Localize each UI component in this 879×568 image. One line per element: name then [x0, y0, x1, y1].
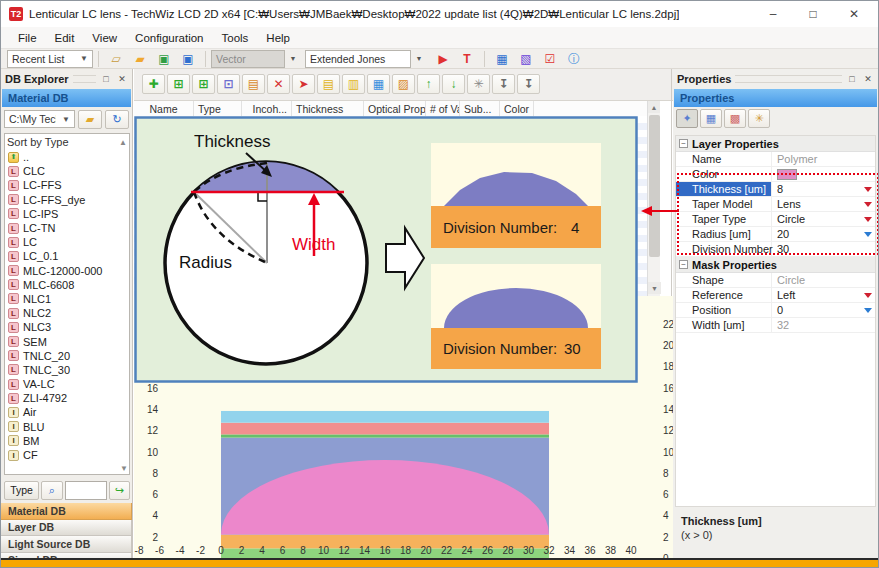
info-icon[interactable]: ⓘ: [563, 49, 585, 68]
table-scrollbar[interactable]: ▲ ▼: [647, 101, 660, 296]
scrollbar-down-icon[interactable]: ▼: [648, 282, 661, 294]
property-row-division-number[interactable]: Division Number 30: [676, 242, 875, 257]
material-list-item[interactable]: L LC-FFS: [5, 178, 129, 192]
panel-close-button[interactable]: ✕: [116, 73, 128, 85]
memo-icon[interactable]: ▤: [317, 74, 340, 94]
move-up-icon[interactable]: ↑: [417, 74, 440, 94]
mask-properties-group[interactable]: − Mask Properties: [676, 257, 875, 273]
material-list-item[interactable]: L LC: [5, 235, 129, 249]
column-header[interactable]: Name: [134, 101, 194, 116]
menu-item[interactable]: Tools: [212, 30, 257, 46]
save-icon[interactable]: ▣: [153, 49, 175, 68]
recent-list-combo[interactable]: Recent List ▼: [7, 50, 93, 68]
panel-float-button[interactable]: □: [846, 73, 858, 85]
type-filter-button[interactable]: Type: [4, 481, 39, 500]
column-header[interactable]: Sub...: [460, 101, 500, 116]
collapse-icon[interactable]: −: [679, 260, 688, 269]
new-file-icon[interactable]: ▱: [105, 49, 127, 68]
add-icon[interactable]: ✚: [142, 74, 165, 94]
menu-item[interactable]: Help: [257, 30, 299, 46]
columns-icon[interactable]: ▦: [367, 74, 390, 94]
property-row-reference[interactable]: Reference Left: [676, 288, 875, 303]
material-list-item[interactable]: I BLU: [5, 420, 129, 434]
align-center-icon[interactable]: ✳: [467, 74, 490, 94]
material-list-item[interactable]: L VA-LC: [5, 377, 129, 391]
tab-material-db[interactable]: Material DB: [1, 503, 132, 520]
menu-item[interactable]: Edit: [46, 30, 84, 46]
property-row-width[interactable]: Width [um] 32: [676, 318, 875, 333]
analysis-icon[interactable]: ▧: [515, 49, 537, 68]
insert-below-icon[interactable]: ⊞: [192, 74, 215, 94]
material-list-item[interactable]: I Air: [5, 405, 129, 419]
vector-combo[interactable]: Vector: [211, 50, 285, 68]
material-list-item[interactable]: L LC-TN: [5, 221, 129, 235]
material-list-item[interactable]: L NLC1: [5, 292, 129, 306]
property-row-position[interactable]: Position 0: [676, 303, 875, 318]
move-icon[interactable]: ➤: [292, 74, 315, 94]
summary-icon[interactable]: ▨: [392, 74, 415, 94]
scrollbar-up-icon[interactable]: ▲: [648, 101, 660, 113]
filter-input[interactable]: [65, 481, 107, 500]
column-header[interactable]: Optical Property: [364, 101, 426, 116]
material-list-item[interactable]: L LC-IPS: [5, 207, 129, 221]
material-list-item[interactable]: L LC_0.1: [5, 249, 129, 263]
scrollbar-thumb[interactable]: [649, 115, 660, 257]
export-icon[interactable]: ↧: [517, 74, 540, 94]
minimize-button[interactable]: –: [753, 1, 793, 27]
column-header[interactable]: Thickness: [292, 101, 364, 116]
material-list-item[interactable]: L NLC2: [5, 306, 129, 320]
material-list-item[interactable]: ..: [5, 150, 129, 164]
material-list-item[interactable]: L SEM: [5, 334, 129, 348]
import-icon[interactable]: ↧: [492, 74, 515, 94]
delete-icon[interactable]: ✕: [267, 74, 290, 94]
close-button[interactable]: ✕: [834, 1, 874, 27]
sort-view-button[interactable]: ▩: [724, 109, 746, 128]
techwiz-run-icon[interactable]: T: [456, 49, 478, 68]
column-header[interactable]: Color: [500, 101, 534, 116]
save-all-icon[interactable]: ▣: [177, 49, 199, 68]
property-row-name[interactable]: Name Polymer: [676, 152, 875, 167]
layer-properties-group[interactable]: − Layer Properties: [676, 136, 875, 152]
color-swatch[interactable]: [777, 169, 797, 180]
search-button[interactable]: ⌕: [41, 481, 62, 500]
property-row-radius[interactable]: Radius [um] 20: [676, 227, 875, 242]
property-row-taper-model[interactable]: Taper Model Lens: [676, 197, 875, 212]
paste-icon[interactable]: ▤: [242, 74, 265, 94]
column-header[interactable]: Incoh...: [242, 101, 292, 116]
categorized-view-button[interactable]: ✦: [676, 109, 698, 128]
material-list-item[interactable]: L ZLI-4792: [5, 391, 129, 405]
apply-filter-button[interactable]: ↪: [109, 481, 130, 500]
menu-item[interactable]: View: [83, 30, 126, 46]
column-header[interactable]: # of Variable: [426, 101, 460, 116]
grid-view-button[interactable]: ▦: [700, 109, 722, 128]
memo-alt-icon[interactable]: ▥: [342, 74, 365, 94]
vector-combo-arrow[interactable]: ▼: [286, 49, 300, 68]
property-row-taper-type[interactable]: Taper Type Circle: [676, 212, 875, 227]
scroll-up-icon[interactable]: ▲: [119, 138, 127, 147]
formalism-combo[interactable]: Extended Jones: [305, 50, 411, 68]
property-row-color[interactable]: Color: [676, 167, 875, 182]
menu-item[interactable]: File: [9, 30, 46, 46]
open-icon[interactable]: ▰: [129, 49, 151, 68]
property-row-thickness[interactable]: Thickness [um] 8: [676, 182, 875, 197]
copy-icon[interactable]: ⊡: [217, 74, 240, 94]
layer-stack-icon[interactable]: ▦: [491, 49, 513, 68]
material-list-item[interactable]: L MLC-12000-000: [5, 264, 129, 278]
material-list-item[interactable]: L CLC: [5, 164, 129, 178]
material-list-item[interactable]: I BM: [5, 434, 129, 448]
collapse-icon[interactable]: −: [679, 139, 688, 148]
menu-item[interactable]: Configuration: [126, 30, 212, 46]
column-header[interactable]: Type: [194, 101, 242, 116]
browse-folder-button[interactable]: ▰: [78, 110, 102, 129]
formalism-combo-arrow[interactable]: ▼: [412, 49, 426, 68]
material-list-item[interactable]: I CF: [5, 448, 129, 462]
insert-above-icon[interactable]: ⊞: [167, 74, 190, 94]
maximize-button[interactable]: □: [793, 1, 833, 27]
material-list-item[interactable]: L LC-FFS_dye: [5, 193, 129, 207]
panel-close-button[interactable]: ✕: [862, 73, 874, 85]
material-list-item[interactable]: L NLC3: [5, 320, 129, 334]
run-icon[interactable]: ▶: [432, 49, 454, 68]
tab-light-source-db[interactable]: Light Source DB: [1, 536, 132, 553]
move-down-icon[interactable]: ↓: [442, 74, 465, 94]
material-list-item[interactable]: L TNLC_20: [5, 349, 129, 363]
